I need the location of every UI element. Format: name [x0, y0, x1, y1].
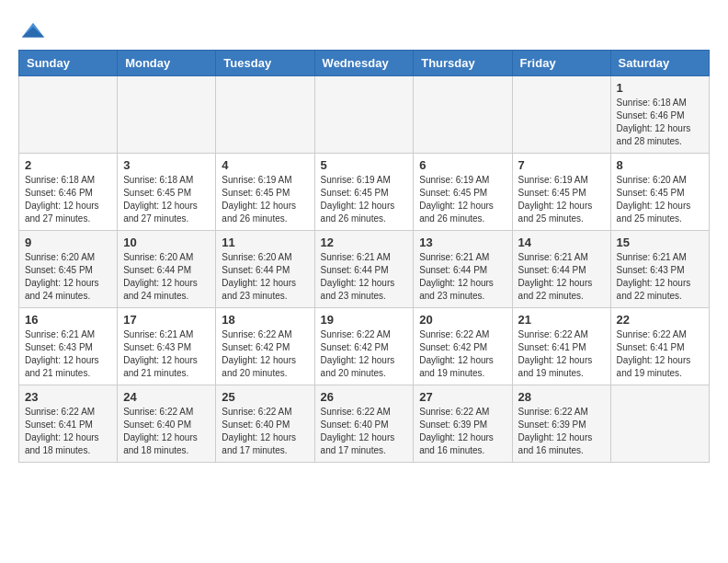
calendar-cell	[118, 76, 216, 154]
day-number: 10	[123, 236, 210, 249]
day-number: 21	[518, 313, 605, 327]
svg-marker-1	[22, 27, 44, 37]
calendar-table: SundayMondayTuesdayWednesdayThursdayFrid…	[18, 50, 710, 463]
calendar-cell: 6Sunrise: 6:19 AM Sunset: 6:45 PM Daylig…	[414, 154, 512, 231]
day-info: Sunrise: 6:20 AM Sunset: 6:45 PM Dayligh…	[25, 251, 111, 303]
day-number: 7	[518, 158, 605, 172]
day-info: Sunrise: 6:22 AM Sunset: 6:41 PM Dayligh…	[617, 328, 703, 380]
day-info: Sunrise: 6:22 AM Sunset: 6:39 PM Dayligh…	[518, 406, 605, 457]
day-number: 13	[419, 236, 506, 249]
day-number: 28	[518, 390, 605, 404]
column-header-friday: Friday	[512, 51, 610, 76]
calendar-cell: 14Sunrise: 6:21 AM Sunset: 6:44 PM Dayli…	[512, 231, 610, 308]
calendar-cell: 2Sunrise: 6:18 AM Sunset: 6:46 PM Daylig…	[19, 154, 118, 231]
logo-icon	[20, 18, 46, 44]
calendar-cell	[314, 76, 414, 154]
day-info: Sunrise: 6:19 AM Sunset: 6:45 PM Dayligh…	[222, 174, 308, 225]
day-info: Sunrise: 6:19 AM Sunset: 6:45 PM Dayligh…	[419, 174, 506, 225]
day-info: Sunrise: 6:18 AM Sunset: 6:46 PM Dayligh…	[617, 97, 703, 148]
calendar-cell	[414, 76, 512, 154]
day-info: Sunrise: 6:20 AM Sunset: 6:44 PM Dayligh…	[222, 251, 308, 303]
day-info: Sunrise: 6:21 AM Sunset: 6:44 PM Dayligh…	[518, 251, 605, 303]
day-number: 1	[617, 81, 703, 95]
day-number: 20	[419, 313, 506, 327]
column-header-thursday: Thursday	[414, 51, 512, 76]
day-info: Sunrise: 6:22 AM Sunset: 6:42 PM Dayligh…	[419, 328, 506, 380]
calendar-week-row: 2Sunrise: 6:18 AM Sunset: 6:46 PM Daylig…	[19, 154, 710, 231]
day-info: Sunrise: 6:21 AM Sunset: 6:43 PM Dayligh…	[617, 251, 703, 303]
calendar-cell	[610, 385, 709, 463]
day-info: Sunrise: 6:21 AM Sunset: 6:43 PM Dayligh…	[123, 328, 210, 380]
page-header	[18, 18, 710, 40]
day-info: Sunrise: 6:22 AM Sunset: 6:40 PM Dayligh…	[222, 406, 308, 457]
calendar-cell: 22Sunrise: 6:22 AM Sunset: 6:41 PM Dayli…	[610, 308, 709, 385]
calendar-cell: 27Sunrise: 6:22 AM Sunset: 6:39 PM Dayli…	[414, 385, 512, 463]
day-info: Sunrise: 6:21 AM Sunset: 6:44 PM Dayligh…	[419, 251, 506, 303]
calendar-cell	[19, 76, 118, 154]
day-number: 23	[25, 390, 111, 404]
calendar-cell: 18Sunrise: 6:22 AM Sunset: 6:42 PM Dayli…	[216, 308, 314, 385]
day-info: Sunrise: 6:22 AM Sunset: 6:42 PM Dayligh…	[321, 328, 408, 380]
calendar-header-row: SundayMondayTuesdayWednesdayThursdayFrid…	[19, 51, 710, 76]
calendar-cell: 3Sunrise: 6:18 AM Sunset: 6:45 PM Daylig…	[118, 154, 216, 231]
column-header-sunday: Sunday	[19, 51, 118, 76]
column-header-monday: Monday	[118, 51, 216, 76]
calendar-week-row: 1Sunrise: 6:18 AM Sunset: 6:46 PM Daylig…	[19, 76, 710, 154]
calendar-cell	[216, 76, 314, 154]
column-header-saturday: Saturday	[610, 51, 709, 76]
day-number: 22	[617, 313, 703, 327]
day-number: 9	[25, 236, 111, 249]
day-number: 12	[321, 236, 408, 249]
column-header-wednesday: Wednesday	[314, 51, 414, 76]
calendar-cell: 25Sunrise: 6:22 AM Sunset: 6:40 PM Dayli…	[216, 385, 314, 463]
day-info: Sunrise: 6:22 AM Sunset: 6:42 PM Dayligh…	[222, 328, 308, 380]
column-header-tuesday: Tuesday	[216, 51, 314, 76]
calendar-cell: 17Sunrise: 6:21 AM Sunset: 6:43 PM Dayli…	[118, 308, 216, 385]
calendar-cell: 15Sunrise: 6:21 AM Sunset: 6:43 PM Dayli…	[610, 231, 709, 308]
day-info: Sunrise: 6:22 AM Sunset: 6:41 PM Dayligh…	[25, 406, 111, 457]
day-number: 18	[222, 313, 308, 327]
day-number: 6	[419, 158, 506, 172]
calendar-cell: 7Sunrise: 6:19 AM Sunset: 6:45 PM Daylig…	[512, 154, 610, 231]
day-number: 19	[321, 313, 408, 327]
day-number: 3	[123, 158, 210, 172]
day-number: 14	[518, 236, 605, 249]
day-info: Sunrise: 6:18 AM Sunset: 6:46 PM Dayligh…	[25, 174, 111, 225]
calendar-cell: 10Sunrise: 6:20 AM Sunset: 6:44 PM Dayli…	[118, 231, 216, 308]
day-info: Sunrise: 6:22 AM Sunset: 6:41 PM Dayligh…	[518, 328, 605, 380]
day-number: 17	[123, 313, 210, 327]
calendar-cell: 20Sunrise: 6:22 AM Sunset: 6:42 PM Dayli…	[414, 308, 512, 385]
calendar-cell: 13Sunrise: 6:21 AM Sunset: 6:44 PM Dayli…	[414, 231, 512, 308]
day-number: 4	[222, 158, 308, 172]
day-info: Sunrise: 6:22 AM Sunset: 6:40 PM Dayligh…	[123, 406, 210, 457]
day-number: 25	[222, 390, 308, 404]
calendar-cell: 21Sunrise: 6:22 AM Sunset: 6:41 PM Dayli…	[512, 308, 610, 385]
day-number: 24	[123, 390, 210, 404]
day-number: 16	[25, 313, 111, 327]
calendar-cell: 28Sunrise: 6:22 AM Sunset: 6:39 PM Dayli…	[512, 385, 610, 463]
calendar-cell: 9Sunrise: 6:20 AM Sunset: 6:45 PM Daylig…	[19, 231, 118, 308]
day-info: Sunrise: 6:21 AM Sunset: 6:44 PM Dayligh…	[321, 251, 408, 303]
day-info: Sunrise: 6:19 AM Sunset: 6:45 PM Dayligh…	[321, 174, 408, 225]
calendar-cell: 11Sunrise: 6:20 AM Sunset: 6:44 PM Dayli…	[216, 231, 314, 308]
day-number: 26	[321, 390, 408, 404]
logo	[18, 18, 46, 40]
day-info: Sunrise: 6:18 AM Sunset: 6:45 PM Dayligh…	[123, 174, 210, 225]
calendar-cell: 12Sunrise: 6:21 AM Sunset: 6:44 PM Dayli…	[314, 231, 414, 308]
day-number: 27	[419, 390, 506, 404]
calendar-week-row: 23Sunrise: 6:22 AM Sunset: 6:41 PM Dayli…	[19, 385, 710, 463]
calendar-cell: 19Sunrise: 6:22 AM Sunset: 6:42 PM Dayli…	[314, 308, 414, 385]
day-number: 15	[617, 236, 703, 249]
calendar-week-row: 16Sunrise: 6:21 AM Sunset: 6:43 PM Dayli…	[19, 308, 710, 385]
calendar-cell: 16Sunrise: 6:21 AM Sunset: 6:43 PM Dayli…	[19, 308, 118, 385]
day-number: 8	[617, 158, 703, 172]
calendar-cell: 5Sunrise: 6:19 AM Sunset: 6:45 PM Daylig…	[314, 154, 414, 231]
calendar-cell: 23Sunrise: 6:22 AM Sunset: 6:41 PM Dayli…	[19, 385, 118, 463]
day-info: Sunrise: 6:21 AM Sunset: 6:43 PM Dayligh…	[25, 328, 111, 380]
calendar-cell: 24Sunrise: 6:22 AM Sunset: 6:40 PM Dayli…	[118, 385, 216, 463]
calendar-cell: 26Sunrise: 6:22 AM Sunset: 6:40 PM Dayli…	[314, 385, 414, 463]
day-number: 2	[25, 158, 111, 172]
calendar-cell: 8Sunrise: 6:20 AM Sunset: 6:45 PM Daylig…	[610, 154, 709, 231]
day-number: 11	[222, 236, 308, 249]
day-info: Sunrise: 6:22 AM Sunset: 6:40 PM Dayligh…	[321, 406, 408, 457]
